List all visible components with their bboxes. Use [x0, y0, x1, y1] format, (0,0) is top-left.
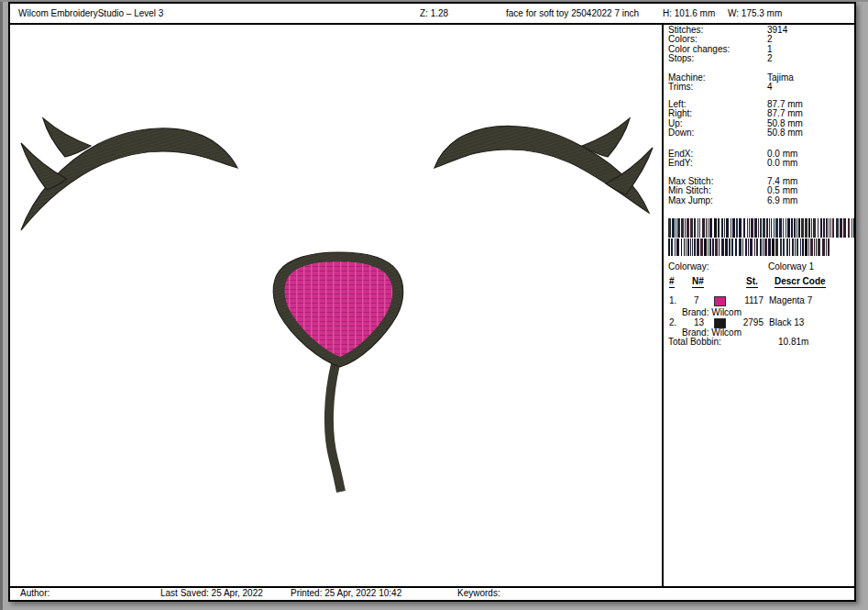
stat-row: Machine:Tajima	[668, 73, 856, 83]
stat-label: EndY:	[668, 158, 693, 168]
printed-date: Printed: 25 Apr, 2022 10:42	[291, 588, 401, 598]
stat-value: 6.9 mm	[767, 196, 797, 205]
print-preview-page: Wilcom EmbroideryStudio – Level 3 Z: 1.2…	[8, 2, 856, 602]
keywords-label: Keywords:	[457, 588, 500, 598]
stat-group: Machine:TajimaTrims:4	[668, 73, 856, 93]
stat-label: Left:	[668, 99, 686, 109]
app-title: Wilcom EmbroideryStudio – Level 3	[18, 8, 163, 18]
stat-label: Machine:	[668, 72, 706, 83]
design-name: face for soft toy 25042022 7 inch	[506, 8, 639, 18]
thread-row-brand: Brand: Wilcom	[682, 307, 742, 317]
window-edge-left	[0, 2, 3, 610]
info-panel: Stitches:3914Colors:2Color changes:1Stop…	[663, 23, 854, 586]
footer-divider	[10, 586, 854, 588]
author-label: Author:	[20, 588, 49, 598]
thread-row-descr: Magenta 7	[769, 295, 812, 305]
design-width: W: 175.3 mm	[728, 8, 782, 18]
col-header-descr: Descr Code	[775, 276, 826, 288]
thread-row-stitches: 1117	[736, 295, 764, 305]
stat-row: EndX:0.0 mm	[668, 150, 856, 159]
stat-row: Up:50.8 mm	[668, 119, 856, 128]
stat-label: Stops:	[668, 53, 694, 63]
stat-value: 2	[767, 54, 773, 63]
stat-label: Max Jump:	[668, 195, 713, 205]
stat-group: Max Stitch:7.4 mmMin Stitch:0.5 mmMax Ju…	[668, 177, 856, 205]
col-header-n: N#	[692, 276, 704, 288]
stat-label: Right:	[668, 108, 692, 118]
nose-stem	[329, 364, 341, 492]
barcode-row-1	[668, 218, 857, 238]
design-canvas	[10, 24, 662, 586]
stat-label: Min Stitch:	[668, 185, 711, 195]
thread-row-stitches: 2795	[736, 317, 764, 327]
total-bobbin-value: 10.81m	[778, 337, 808, 347]
col-header-num: #	[669, 276, 675, 288]
thread-row-number: 7	[694, 295, 699, 305]
stat-group: Stitches:3914Colors:2Color changes:1Stop…	[668, 26, 856, 64]
design-height: H: 101.6 mm	[663, 8, 715, 18]
stat-row: Left:87.7 mm	[668, 100, 856, 109]
zoom-level: Z: 1.28	[420, 8, 448, 18]
colorway-value: Colorway 1	[768, 261, 814, 272]
stat-row: Down:50.8 mm	[668, 128, 856, 138]
stat-row: Trims:4	[668, 83, 856, 92]
stat-value: 4	[767, 83, 773, 92]
stat-value: 50.8 mm	[767, 128, 803, 138]
right-eyelash-shape	[434, 118, 653, 213]
stat-label: Color changes:	[668, 44, 730, 54]
barcode-row-2	[668, 238, 831, 256]
stat-row: EndY:0.0 mm	[668, 159, 856, 168]
stat-row: Stops:2	[668, 54, 856, 63]
stat-row: Right:87.7 mm	[668, 109, 856, 118]
nose-shape	[273, 252, 403, 367]
colorway-label: Colorway:	[668, 261, 709, 272]
left-eyelash-shape	[21, 118, 237, 230]
col-header-st: St.	[746, 276, 758, 288]
total-bobbin-label: Total Bobbin:	[668, 337, 721, 347]
stat-label: Stitches:	[668, 25, 703, 35]
thread-row-index: 1.	[669, 295, 676, 305]
last-saved: Last Saved: 25 Apr, 2022	[160, 588, 263, 598]
stat-label: Max Stitch:	[668, 176, 713, 186]
stat-row: Max Jump:6.9 mm	[668, 196, 856, 205]
stat-label: Up:	[668, 118, 683, 128]
stat-group: Left:87.7 mmRight:87.7 mmUp:50.8 mmDown:…	[668, 100, 856, 139]
stat-value: 0.0 mm	[767, 159, 797, 168]
stat-label: Trims:	[668, 82, 693, 92]
stat-row: Color changes:1	[668, 45, 856, 54]
thread-row-descr: Black 13	[769, 317, 804, 327]
thread-color-swatch	[714, 296, 726, 306]
stat-label: Colors:	[668, 34, 698, 44]
page-header: Wilcom EmbroideryStudio – Level 3 Z: 1.2…	[10, 4, 854, 23]
stat-label: Down:	[668, 128, 694, 138]
stat-label: EndX:	[668, 149, 693, 159]
thread-row-index: 2.	[669, 317, 676, 327]
thread-row-number: 13	[694, 317, 704, 327]
stat-group: EndX:0.0 mmEndY:0.0 mm	[668, 150, 856, 169]
